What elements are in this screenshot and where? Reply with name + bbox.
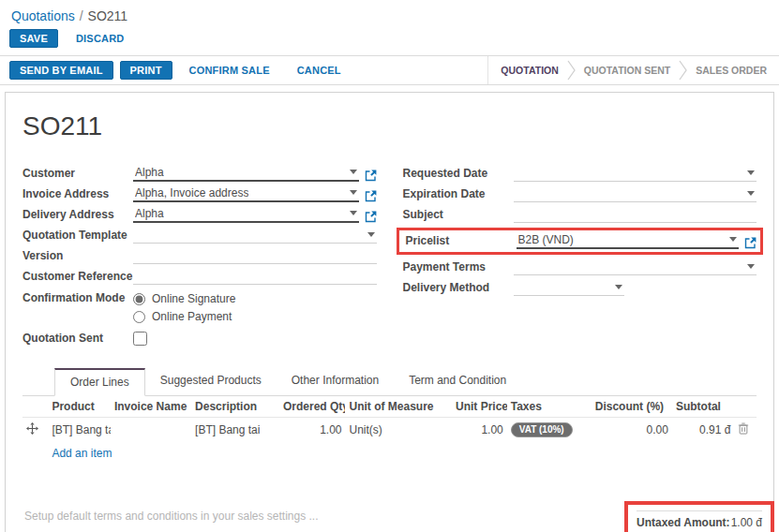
delivery-address-input[interactable]: Alpha bbox=[133, 207, 359, 223]
confirmation-mode-options: Online Signature Online Payment bbox=[133, 291, 235, 323]
tax-badge[interactable]: VAT (10%) bbox=[511, 422, 573, 437]
confirm-sale-button[interactable]: CONFIRM SALE bbox=[179, 61, 280, 80]
invoice-address-input[interactable]: Alpha, Invoice address bbox=[133, 186, 359, 202]
version-label: Version bbox=[22, 249, 133, 264]
external-link-icon[interactable] bbox=[365, 170, 377, 182]
online-signature-radio[interactable]: Online Signature bbox=[133, 292, 235, 305]
print-button[interactable]: PRINT bbox=[120, 61, 172, 80]
field-requested-date: Requested Date bbox=[403, 166, 757, 182]
cell-taxes[interactable]: VAT (10%) bbox=[507, 418, 592, 443]
delivery-address-label: Delivery Address bbox=[22, 208, 133, 223]
customer-value: Alpha bbox=[135, 166, 164, 179]
form-column-right: Requested Date Expiration Date Subject bbox=[403, 166, 757, 352]
delivery-method-input[interactable] bbox=[514, 280, 624, 296]
order-line-row[interactable]: [BT] Bang tai [BT] Bang tai 1.00 Unit(s)… bbox=[22, 418, 757, 443]
terms-textarea[interactable]: Setup default terms and conditions in yo… bbox=[24, 508, 358, 532]
quotation-sent-label: Quotation Sent bbox=[22, 332, 133, 347]
online-payment-label: Online Payment bbox=[152, 310, 232, 323]
save-button[interactable]: SAVE bbox=[9, 29, 58, 48]
chevron-down-icon[interactable] bbox=[615, 285, 622, 293]
requested-date-input[interactable] bbox=[514, 166, 757, 182]
cell-product[interactable]: [BT] Bang tai bbox=[48, 418, 111, 443]
invoice-address-value: Alpha, Invoice address bbox=[135, 186, 248, 200]
tab-suggested-products[interactable]: Suggested Products bbox=[145, 368, 277, 396]
send-by-email-button[interactable]: SEND BY EMAIL bbox=[9, 61, 113, 80]
pricelist-highlight-box: Pricelist B2B (VND) bbox=[397, 228, 764, 255]
tab-other-information[interactable]: Other Information bbox=[277, 368, 394, 396]
breadcrumb: Quotations/SO211 bbox=[0, 0, 779, 26]
cell-subtotal: 0.91 đ bbox=[672, 418, 735, 443]
column-invoice-name: Invoice Name bbox=[111, 396, 191, 418]
customer-input[interactable]: Alpha bbox=[133, 166, 359, 182]
column-discount: Discount (%) bbox=[592, 396, 672, 418]
subject-label: Subject bbox=[403, 208, 514, 223]
column-ordered-qty: Ordered Qty bbox=[279, 396, 345, 418]
invoice-address-label: Invoice Address bbox=[22, 187, 133, 202]
field-payment-terms: Payment Terms bbox=[403, 259, 757, 275]
column-description: Description bbox=[191, 396, 279, 418]
requested-date-label: Requested Date bbox=[403, 167, 514, 182]
form-sheet: SO211 Customer Alpha Invoice Address Alp… bbox=[5, 92, 774, 532]
field-confirmation-mode: Confirmation Mode Online Signature Onlin… bbox=[22, 291, 377, 323]
online-signature-label: Online Signature bbox=[152, 292, 235, 305]
quotation-template-input[interactable] bbox=[133, 228, 377, 244]
field-pricelist: Pricelist B2B (VND) bbox=[406, 233, 757, 249]
trash-icon[interactable] bbox=[738, 422, 749, 435]
untaxed-amount-label: Untaxed Amount: bbox=[637, 516, 730, 529]
customer-reference-input[interactable] bbox=[133, 269, 377, 285]
online-payment-radio[interactable]: Online Payment bbox=[133, 310, 235, 323]
chevron-down-icon[interactable] bbox=[367, 232, 375, 241]
delivery-address-value: Alpha bbox=[135, 207, 164, 220]
external-link-icon[interactable] bbox=[365, 190, 377, 202]
column-subtotal: Subtotal bbox=[672, 396, 735, 418]
status-quotation-sent[interactable]: QUOTATION SENT bbox=[576, 65, 679, 76]
cell-discount[interactable]: 0.00 bbox=[592, 418, 672, 443]
version-input[interactable] bbox=[133, 248, 377, 264]
cancel-button[interactable]: CANCEL bbox=[287, 61, 352, 80]
discard-button[interactable]: DISCARD bbox=[66, 29, 135, 48]
radio-input[interactable] bbox=[133, 293, 145, 305]
field-customer-reference: Customer Reference bbox=[22, 269, 377, 285]
status-sales-order[interactable]: SALES ORDER bbox=[687, 65, 775, 76]
customer-reference-label: Customer Reference bbox=[22, 270, 133, 285]
cell-invoice-name[interactable] bbox=[111, 418, 191, 443]
breadcrumb-quotations-link[interactable]: Quotations bbox=[11, 8, 75, 23]
field-invoice-address: Invoice Address Alpha, Invoice address bbox=[22, 186, 377, 202]
field-delivery-address: Delivery Address Alpha bbox=[22, 207, 377, 223]
breadcrumb-current: SO211 bbox=[88, 8, 128, 23]
field-expiration-date: Expiration Date bbox=[403, 186, 757, 202]
chevron-down-icon[interactable] bbox=[747, 170, 755, 179]
chevron-down-icon[interactable] bbox=[350, 190, 357, 199]
record-title: SO211 bbox=[22, 111, 757, 141]
cell-unit-price[interactable]: 1.00 bbox=[452, 418, 507, 443]
field-customer: Customer Alpha bbox=[22, 166, 377, 182]
order-lines-table: Product Invoice Name Description Ordered… bbox=[22, 396, 757, 465]
cell-ordered-qty[interactable]: 1.00 bbox=[279, 418, 345, 443]
chevron-down-icon[interactable] bbox=[747, 264, 755, 273]
chevron-down-icon[interactable] bbox=[747, 191, 755, 200]
tab-term-and-condition[interactable]: Term and Condition bbox=[394, 368, 521, 396]
subject-input[interactable] bbox=[514, 207, 757, 223]
external-link-icon[interactable] bbox=[744, 237, 757, 249]
drag-handle-icon[interactable] bbox=[26, 422, 38, 435]
quotation-sent-checkbox[interactable] bbox=[133, 332, 147, 346]
pricelist-input[interactable]: B2B (VND) bbox=[517, 233, 740, 249]
chevron-down-icon[interactable] bbox=[350, 170, 357, 178]
radio-input[interactable] bbox=[133, 311, 145, 323]
expiration-date-input[interactable] bbox=[514, 186, 757, 202]
cell-description[interactable]: [BT] Bang tai bbox=[191, 418, 279, 443]
tab-order-lines[interactable]: Order Lines bbox=[54, 368, 145, 396]
field-version: Version bbox=[22, 248, 377, 264]
pricelist-value: B2B (VND) bbox=[518, 233, 574, 246]
add-an-item-link[interactable]: Add an item bbox=[52, 447, 112, 460]
chevron-down-icon[interactable] bbox=[350, 211, 357, 219]
field-quotation-template: Quotation Template bbox=[22, 228, 377, 244]
cell-unit-of-measure[interactable]: Unit(s) bbox=[345, 418, 452, 443]
payment-terms-input[interactable] bbox=[514, 259, 757, 275]
external-link-icon[interactable] bbox=[365, 211, 377, 223]
form-grid: Customer Alpha Invoice Address Alpha, In… bbox=[22, 166, 757, 352]
payment-terms-label: Payment Terms bbox=[403, 260, 514, 275]
add-item-row: Add an item bbox=[22, 442, 757, 465]
chevron-down-icon[interactable] bbox=[729, 237, 737, 245]
status-quotation[interactable]: QUOTATION bbox=[492, 65, 566, 76]
